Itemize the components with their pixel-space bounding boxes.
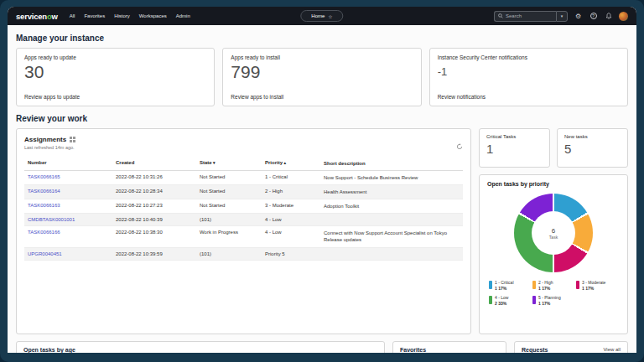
task-number-link[interactable]: TASK0066165 bbox=[28, 174, 116, 179]
legend-count: 1 17% bbox=[538, 286, 553, 291]
legend-label: 5 - Planning bbox=[538, 295, 561, 300]
help-icon[interactable]: ? bbox=[589, 12, 598, 21]
assignments-table: Number Created State Priority Short desc… bbox=[24, 157, 463, 261]
col-state[interactable]: State bbox=[200, 160, 265, 165]
home-tab-label: Home bbox=[311, 13, 325, 18]
main-content: Manage your instance Apps ready to updat… bbox=[8, 25, 636, 353]
refresh-icon[interactable] bbox=[456, 138, 463, 153]
description-cell: Connect with Now Support Account Special… bbox=[324, 230, 460, 243]
stat-title: Apps ready to install bbox=[231, 54, 413, 60]
legend-label: 4 - Low bbox=[495, 295, 508, 300]
page-backdrop: servicenow All Favorites History Workspa… bbox=[0, 0, 644, 362]
legend-count: 1 17% bbox=[538, 301, 561, 306]
priority-cell: 4 - Low bbox=[265, 230, 324, 235]
gear-icon[interactable]: ⚙ bbox=[574, 12, 583, 21]
critical-tasks-card: Critical Tasks 1 bbox=[479, 128, 550, 168]
list-grid-icon[interactable] bbox=[70, 137, 75, 142]
requests-card: Requests View all bbox=[514, 341, 628, 353]
donut-center: 6 Task bbox=[532, 211, 575, 255]
search-scope-dropdown[interactable]: ▾ bbox=[556, 11, 568, 22]
legend-swatch bbox=[532, 281, 536, 289]
task-number-link[interactable]: UPGR0040451 bbox=[28, 251, 116, 256]
task-number-link[interactable]: TASK0066163 bbox=[28, 203, 116, 208]
star-icon[interactable]: ☆ bbox=[328, 13, 332, 19]
priority-cell: 4 - Low bbox=[265, 217, 324, 222]
search-input[interactable]: Search bbox=[494, 11, 556, 22]
state-cell: Not Started bbox=[200, 203, 265, 208]
col-priority[interactable]: Priority bbox=[265, 160, 324, 165]
legend-label: 1 - Critical bbox=[495, 280, 514, 285]
home-tab[interactable]: Home ☆ bbox=[300, 10, 343, 22]
stat-value: 30 bbox=[24, 63, 206, 80]
servicenow-logo[interactable]: servicenow bbox=[16, 12, 58, 21]
favorites-card: Favorites bbox=[392, 341, 506, 353]
requests-title: Requests bbox=[522, 347, 548, 353]
assignments-title: Assignments bbox=[24, 136, 66, 143]
created-cell: 2022-08-22 10:27:23 bbox=[116, 203, 200, 208]
legend-count: 1 17% bbox=[582, 286, 605, 291]
legend-item[interactable]: 1 - Critical1 17% bbox=[489, 280, 531, 291]
stat-title: Instance Security Center notifications bbox=[438, 54, 620, 60]
critical-tasks-value: 1 bbox=[486, 142, 543, 155]
table-body: TASK00661652022-08-22 10:31:26Not Starte… bbox=[24, 171, 463, 260]
search-placeholder: Search bbox=[506, 13, 522, 18]
legend-item[interactable]: 5 - Planning1 17% bbox=[532, 295, 574, 306]
state-cell: (101) bbox=[200, 217, 265, 222]
description-cell: Now Support - Schedule Business Review bbox=[324, 174, 460, 181]
state-cell: Not Started bbox=[200, 174, 265, 179]
state-cell: Work in Progress bbox=[200, 230, 265, 235]
nav-item-favorites[interactable]: Favorites bbox=[84, 13, 105, 18]
col-created[interactable]: Created bbox=[116, 160, 200, 165]
chart-legend: 1 - Critical1 17%2 - High1 17%3 - Modera… bbox=[487, 280, 620, 306]
legend-item[interactable]: 3 - Moderate1 17% bbox=[576, 280, 618, 291]
table-row: TASK00661662022-08-22 10:38:30Work in Pr… bbox=[24, 226, 463, 247]
priority-cell: 3 - Moderate bbox=[265, 203, 324, 208]
table-header-row: Number Created State Priority Short desc… bbox=[24, 157, 463, 171]
task-number-link[interactable]: TASK0066166 bbox=[28, 230, 116, 235]
stat-title: Apps ready to update bbox=[24, 54, 206, 60]
view-all-link[interactable]: View all bbox=[603, 347, 621, 352]
user-avatar[interactable] bbox=[619, 12, 628, 21]
legend-swatch bbox=[532, 296, 536, 304]
created-cell: 2022-08-22 10:31:26 bbox=[116, 174, 200, 179]
review-notifications-link[interactable]: Review notifications bbox=[438, 94, 620, 100]
created-cell: 2022-08-22 10:38:30 bbox=[116, 230, 200, 235]
favorites-title: Favorites bbox=[400, 347, 499, 353]
priority-cell: 2 - High bbox=[265, 189, 324, 194]
legend-swatch bbox=[489, 281, 492, 289]
top-navbar: servicenow All Favorites History Workspa… bbox=[8, 7, 636, 25]
legend-swatch bbox=[576, 281, 579, 289]
last-refreshed-text: Last refreshed 14m ago. bbox=[24, 145, 463, 150]
stat-card-security-notifications: Instance Security Center notifications -… bbox=[429, 48, 628, 106]
priority-cell: 1 - Critical bbox=[265, 174, 324, 179]
stat-value: 799 bbox=[231, 63, 413, 80]
review-apps-install-link[interactable]: Review apps to install bbox=[231, 94, 413, 100]
donut-chart[interactable]: 6 Task bbox=[514, 194, 593, 272]
nav-item-history[interactable]: History bbox=[114, 13, 130, 18]
legend-item[interactable]: 2 - High1 17% bbox=[532, 280, 574, 291]
open-tasks-age-title: Open tasks by age bbox=[23, 347, 377, 353]
open-tasks-age-card: Open tasks by age bbox=[16, 341, 385, 353]
col-description[interactable]: Short description bbox=[324, 160, 460, 167]
review-apps-update-link[interactable]: Review apps to update bbox=[24, 94, 206, 100]
donut-chart-title: Open tasks by priority bbox=[487, 181, 620, 187]
task-number-link[interactable]: TASK0066164 bbox=[28, 189, 116, 194]
stat-card-apps-install: Apps ready to install 799 Review apps to… bbox=[222, 48, 421, 106]
state-cell: Not Started bbox=[200, 189, 265, 194]
notifications-bell-icon[interactable] bbox=[604, 12, 613, 21]
donut-center-value: 6 bbox=[552, 227, 555, 235]
col-number[interactable]: Number bbox=[28, 160, 116, 165]
nav-item-all[interactable]: All bbox=[70, 13, 75, 18]
created-cell: 2022-08-22 10:28:34 bbox=[116, 189, 200, 194]
nav-item-workspaces[interactable]: Workspaces bbox=[139, 13, 167, 18]
legend-label: 3 - Moderate bbox=[582, 280, 605, 285]
nav-item-admin[interactable]: Admin bbox=[176, 13, 190, 18]
global-search: Search ▾ bbox=[494, 11, 568, 22]
description-cell: Adoption Toolkit bbox=[324, 203, 460, 209]
task-number-link[interactable]: CMDBTASK0001001 bbox=[28, 217, 116, 222]
instance-stat-cards: Apps ready to update 30 Review apps to u… bbox=[16, 48, 628, 106]
manage-instance-heading: Manage your instance bbox=[16, 25, 628, 43]
legend-item[interactable]: 4 - Low2 33% bbox=[489, 295, 531, 306]
review-work-heading: Review your work bbox=[16, 114, 628, 123]
search-icon bbox=[498, 13, 503, 18]
